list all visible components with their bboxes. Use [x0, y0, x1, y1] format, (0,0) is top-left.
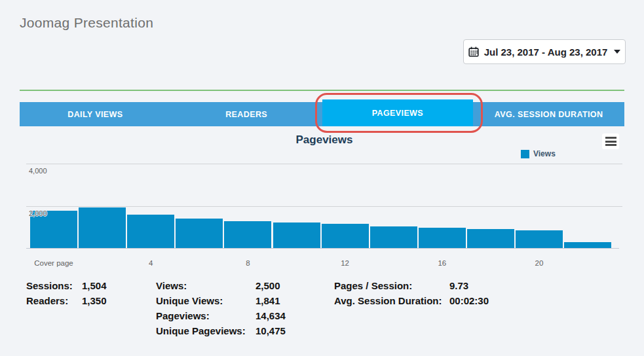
stat-value: 1,350 [82, 295, 107, 306]
tab-pageviews[interactable]: PAGEVIEWS [322, 99, 474, 126]
calendar-icon [468, 46, 479, 57]
x-axis-tick-label: 20 [535, 259, 544, 267]
y-axis-tick-label: 4,000 [29, 167, 47, 175]
chart-bar[interactable] [127, 215, 174, 248]
stat-value: 9.73 [449, 280, 468, 291]
stat-label: Pages / Session: [334, 280, 449, 291]
page-title: Joomag Presentation [20, 15, 153, 31]
y-gridline [26, 164, 622, 164]
stat-value: 1,504 [82, 280, 107, 291]
date-range-label: Jul 23, 2017 - Aug 23, 2017 [484, 46, 608, 58]
stats-column-session-metrics: Pages / Session: 9.73 Avg. Session Durat… [334, 278, 489, 308]
chart-bar[interactable] [467, 229, 514, 248]
chart-bar[interactable] [564, 242, 611, 248]
stat-label: Views: [156, 280, 256, 291]
stat-value: 10,475 [256, 325, 286, 336]
hamburger-icon [605, 137, 616, 146]
chart-bar[interactable] [370, 226, 417, 248]
chart-bar[interactable] [273, 222, 320, 248]
stat-readers: Readers: 1,350 [26, 293, 107, 308]
stat-label: Sessions: [26, 280, 82, 291]
stats-column-sessions: Sessions: 1,504 Readers: 1,350 [26, 278, 107, 308]
y-axis-tick-label: 2,000 [29, 209, 47, 217]
chevron-down-icon [614, 50, 620, 54]
chart-bar[interactable] [176, 219, 223, 248]
date-range-button[interactable]: Jul 23, 2017 - Aug 23, 2017 [463, 39, 626, 64]
stat-value: 00:02:30 [449, 295, 489, 306]
stat-label: Unique Pageviews: [156, 325, 256, 336]
legend-label: Views [533, 149, 556, 158]
stat-label: Readers: [26, 295, 82, 306]
chart-bar[interactable] [516, 230, 563, 248]
x-axis-tick-label: 4 [149, 259, 153, 267]
stat-unique-pageviews: Unique Pageviews: 10,475 [156, 323, 286, 338]
chart-bar[interactable] [419, 228, 466, 248]
stat-sessions: Sessions: 1,504 [26, 278, 107, 293]
stat-pageviews: Pageviews: 14,634 [156, 308, 286, 323]
green-divider-line [20, 90, 624, 91]
stat-unique-views: Unique Views: 1,841 [156, 293, 286, 308]
x-axis-tick-label: Cover page [34, 259, 73, 267]
chart-bar[interactable] [224, 221, 271, 248]
stat-pages-per-session: Pages / Session: 9.73 [334, 278, 489, 293]
chart-plot-area: 4,0002,000Cover page48121620 [26, 164, 622, 249]
chart-bar[interactable] [79, 207, 126, 248]
x-axis-tick-label: 12 [341, 259, 349, 267]
stat-label: Pageviews: [156, 310, 256, 321]
x-axis-line [26, 248, 619, 249]
tab-avg-session-duration[interactable]: AVG. SESSION DURATION [473, 102, 624, 126]
stat-label: Avg. Session Duration: [334, 295, 449, 306]
x-axis-tick-label: 8 [246, 259, 250, 267]
chart-bar[interactable] [322, 224, 369, 248]
metric-tab-bar: DAILY VIEWS READERS PAGEVIEWS AVG. SESSI… [20, 99, 624, 126]
stat-value: 14,634 [256, 310, 286, 321]
chart-title: Pageviews [26, 134, 622, 147]
stat-value: 2,500 [256, 280, 280, 291]
stats-column-views: Views: 2,500 Unique Views: 1,841 Pagevie… [156, 278, 286, 338]
x-axis-tick-label: 16 [438, 259, 446, 267]
y-gridline [26, 206, 622, 207]
tab-readers[interactable]: READERS [171, 102, 322, 126]
legend-swatch-icon [521, 150, 529, 158]
tab-daily-views[interactable]: DAILY VIEWS [20, 102, 171, 126]
stat-avg-session-duration: Avg. Session Duration: 00:02:30 [334, 293, 489, 308]
stat-label: Unique Views: [156, 295, 256, 306]
analytics-page: Joomag Presentation Jul 23, 2017 - Aug 2… [0, 0, 644, 356]
stat-value: 1,841 [256, 295, 280, 306]
legend-item-views[interactable]: Views [521, 149, 556, 158]
chart-export-menu-button[interactable] [602, 134, 619, 149]
stat-views: Views: 2,500 [156, 278, 286, 293]
